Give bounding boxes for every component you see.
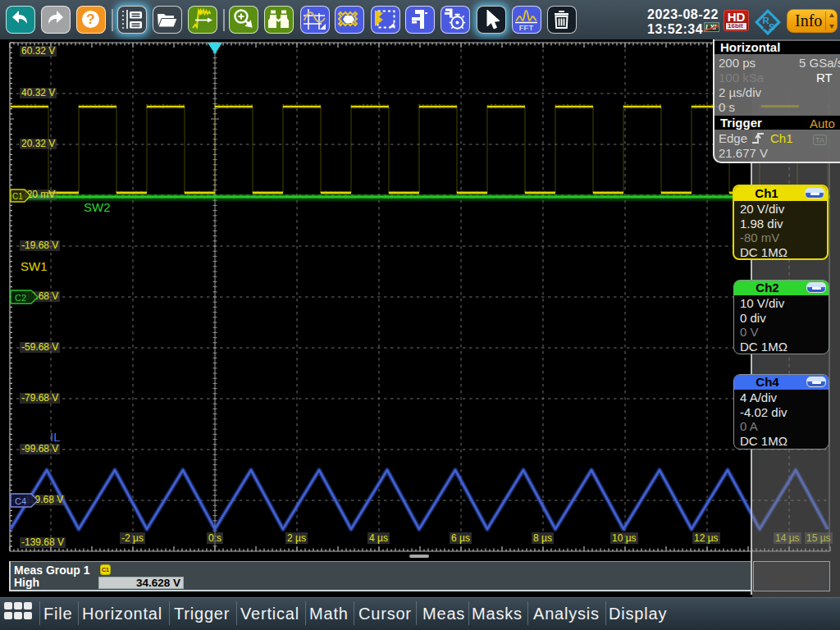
svg-text:?: ? [86,11,94,27]
svg-text:C2: C2 [15,293,26,303]
svg-text:FFT: FFT [519,23,534,32]
svg-text:S: S [769,22,775,32]
svg-text:C1: C1 [12,192,23,201]
svg-text:C4: C4 [15,496,26,506]
